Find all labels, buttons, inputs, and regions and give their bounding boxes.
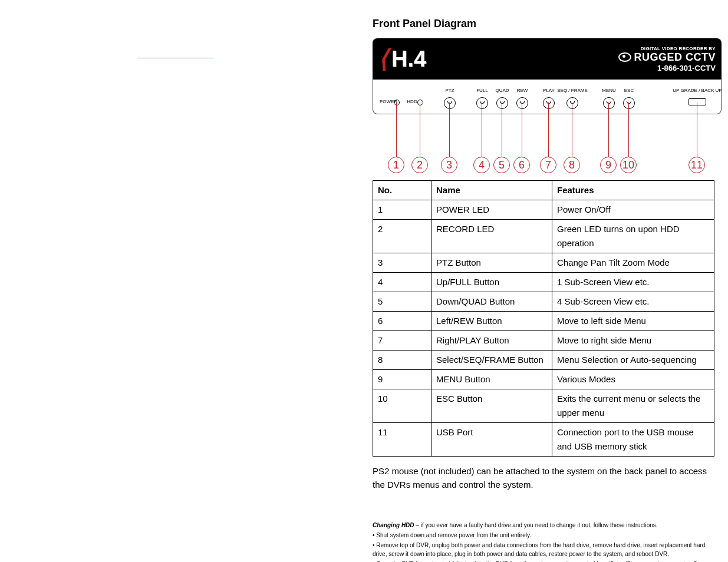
- button-label: ESC: [624, 88, 634, 93]
- fine-heading-rest: – if you ever have a faulty hard drive a…: [414, 522, 658, 528]
- table-row: 5Down/QUAD Button4 Sub-Screen View etc.: [373, 292, 714, 312]
- callout-line: [502, 103, 502, 157]
- led-icon: [394, 100, 400, 105]
- callout-number: 7: [540, 157, 556, 173]
- table-cell: Power On/Off: [552, 200, 714, 220]
- brand-tagline: DIGITAL VIDEO RECORDER BY: [618, 46, 716, 51]
- callout-line: [482, 103, 482, 157]
- ps2-note: PS2 mouse (not included) can be attached…: [373, 465, 714, 491]
- callout-number: 6: [513, 157, 530, 173]
- table-cell: Exits the current menu or selects the up…: [552, 389, 714, 423]
- table-cell: 4: [373, 273, 431, 292]
- callout-number: 11: [689, 157, 705, 173]
- callout-line: [608, 103, 609, 157]
- table-cell: 3: [373, 253, 431, 273]
- brand-name: RUGGED CCTV: [618, 51, 716, 64]
- brand-phone: 1-866-301-CCTV: [618, 64, 716, 72]
- table-cell: 1: [373, 200, 431, 220]
- table-row: 1POWER LEDPower On/Off: [373, 200, 714, 220]
- callout-line: [449, 103, 450, 157]
- callout-line: [628, 103, 629, 157]
- product-logo: ⟨ H.4: [378, 47, 426, 72]
- callout-number: 5: [493, 157, 510, 173]
- table-cell: 4 Sub-Screen View etc.: [552, 292, 714, 312]
- table-cell: Connection port to the USB mouse and USB…: [552, 423, 714, 457]
- table-cell: Menu Selection or Auto-sequencing: [552, 351, 714, 370]
- button-label: PTZ: [445, 88, 454, 93]
- table-row: 8Select/SEQ/FRAME ButtonMenu Selection o…: [373, 351, 714, 370]
- panel-button-icon: [444, 97, 456, 109]
- table-cell: 2: [373, 220, 431, 253]
- table-row: 7Right/PLAY ButtonMove to right side Men…: [373, 331, 714, 351]
- table-cell: 8: [373, 351, 431, 370]
- table-cell: 6: [373, 312, 431, 331]
- th-no: No.: [373, 181, 431, 200]
- panel-header: ⟨ H.4 DIGITAL VIDEO RECORDER BY RUGGED C…: [373, 38, 722, 80]
- table-cell: 7: [373, 331, 431, 351]
- fine-heading: Changing HDD: [373, 522, 414, 528]
- table-cell: 11: [373, 423, 431, 457]
- table-cell: ESC Button: [431, 389, 552, 423]
- table-cell: 9: [373, 370, 431, 389]
- decorative-rule: [137, 58, 213, 58]
- fine-line: • Shut system down and remove power from…: [373, 531, 714, 540]
- table-cell: 10: [373, 389, 431, 423]
- table-cell: Right/PLAY Button: [431, 331, 552, 351]
- button-label: REW: [517, 88, 528, 93]
- callout-line: [396, 103, 397, 157]
- callout-number: 1: [388, 157, 404, 173]
- table-row: 2RECORD LEDGreen LED turns on upon HDD o…: [373, 220, 714, 253]
- button-label: QUAD: [495, 88, 509, 93]
- callout-line: [420, 103, 420, 157]
- callout-number: 10: [620, 157, 637, 173]
- fine-print: Changing HDD – if you ever have a faulty…: [373, 521, 714, 562]
- panel-button-icon: [623, 97, 635, 109]
- th-features: Features: [552, 181, 714, 200]
- logo-text: H.4: [391, 47, 426, 72]
- table-cell: Move to left side Menu: [552, 312, 714, 331]
- table-row: 4Up/FULL Button1 Sub-Screen View etc.: [373, 273, 714, 292]
- usb-label: UP GRADE / BACK UP: [673, 88, 722, 93]
- table-cell: POWER LED: [431, 200, 552, 220]
- panel-button-icon: [516, 97, 528, 109]
- callout-number: 8: [564, 157, 580, 173]
- callout-number: 4: [473, 157, 490, 173]
- table-row: 11USB PortConnection port to the USB mou…: [373, 423, 714, 457]
- table-cell: Left/REW Button: [431, 312, 552, 331]
- panel-button-icon: [566, 97, 578, 109]
- logo-swoosh-icon: ⟨: [378, 47, 388, 71]
- table-cell: Select/SEQ/FRAME Button: [431, 351, 552, 370]
- fine-line: • Remove top of DVR, unplug both power a…: [373, 541, 714, 558]
- feature-table: No. Name Features 1POWER LEDPower On/Off…: [373, 180, 714, 457]
- table-cell: Up/FULL Button: [431, 273, 552, 292]
- table-cell: 5: [373, 292, 431, 312]
- button-label: FULL: [476, 88, 488, 93]
- table-cell: PTZ Button: [431, 253, 552, 273]
- panel-button-icon: [603, 97, 615, 109]
- callout-line: [572, 103, 572, 157]
- eye-icon: [618, 52, 631, 62]
- table-cell: RECORD LED: [431, 220, 552, 253]
- table-cell: Various Modes: [552, 370, 714, 389]
- table-row: 9MENU ButtonVarious Modes: [373, 370, 714, 389]
- led-label: HDD: [407, 99, 417, 104]
- table-row: 6Left/REW ButtonMove to left side Menu: [373, 312, 714, 331]
- table-cell: Move to right side Menu: [552, 331, 714, 351]
- panel-body: POWERHDDPTZFULLQUADREWPLAYSEQ / FRAMEMEN…: [373, 80, 722, 114]
- table-row: 3PTZ ButtonChange Pan Tilt Zoom Mode: [373, 253, 714, 273]
- panel-button-icon: [476, 97, 488, 109]
- table-cell: Green LED turns on upon HDD operation: [552, 220, 714, 253]
- table-cell: MENU Button: [431, 370, 552, 389]
- front-panel-diagram: ⟨ H.4 DIGITAL VIDEO RECORDER BY RUGGED C…: [373, 38, 722, 114]
- th-name: Name: [431, 181, 552, 200]
- table-cell: USB Port: [431, 423, 552, 457]
- callout-number: 9: [600, 157, 617, 173]
- table-cell: Down/QUAD Button: [431, 292, 552, 312]
- button-label: MENU: [602, 88, 616, 93]
- table-row: 10ESC ButtonExits the current menu or se…: [373, 389, 714, 423]
- page-title: Front Panel Diagram: [373, 18, 710, 30]
- callout-row: 1234567891011: [373, 114, 722, 173]
- table-cell: 1 Sub-Screen View etc.: [552, 273, 714, 292]
- usb-port-icon: [689, 98, 706, 105]
- button-label: SEQ / FRAME: [557, 88, 588, 93]
